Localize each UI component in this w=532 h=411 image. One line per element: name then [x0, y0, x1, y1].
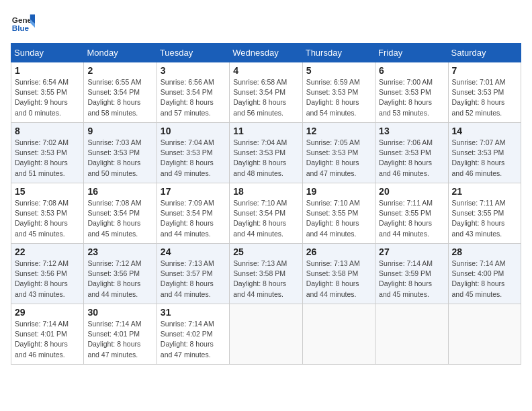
dow-tuesday: Tuesday: [157, 44, 229, 62]
day-info: Sunrise: 7:01 AM Sunset: 3:53 PM Dayligh…: [452, 77, 517, 118]
calendar-cell: 12Sunrise: 7:05 AM Sunset: 3:53 PM Dayli…: [302, 123, 375, 183]
calendar-cell: 3Sunrise: 6:56 AM Sunset: 3:54 PM Daylig…: [157, 62, 229, 123]
calendar-cell: 20Sunrise: 7:11 AM Sunset: 3:55 PM Dayli…: [375, 183, 448, 244]
page-header: General Blue: [11, 11, 521, 35]
svg-text:Blue: Blue: [12, 24, 30, 32]
day-number: 20: [379, 186, 444, 197]
calendar-cell: 30Sunrise: 7:14 AM Sunset: 4:01 PM Dayli…: [84, 304, 157, 365]
logo-icon: General Blue: [11, 11, 35, 35]
day-number: 12: [306, 126, 371, 136]
week-row-1: 1Sunrise: 6:54 AM Sunset: 3:55 PM Daylig…: [11, 62, 521, 123]
calendar-cell: 18Sunrise: 7:10 AM Sunset: 3:54 PM Dayli…: [230, 183, 302, 244]
day-number: 18: [233, 186, 298, 197]
calendar-cell: 2Sunrise: 6:55 AM Sunset: 3:54 PM Daylig…: [84, 62, 157, 123]
day-number: 4: [233, 65, 298, 76]
day-info: Sunrise: 7:02 AM Sunset: 3:53 PM Dayligh…: [15, 138, 80, 179]
day-number: 27: [379, 246, 444, 257]
day-number: 21: [452, 186, 517, 197]
dow-monday: Monday: [84, 44, 157, 62]
day-info: Sunrise: 6:54 AM Sunset: 3:55 PM Dayligh…: [15, 77, 80, 118]
day-number: 29: [15, 307, 80, 318]
calendar-cell: 23Sunrise: 7:12 AM Sunset: 3:56 PM Dayli…: [84, 244, 157, 304]
calendar-cell: 26Sunrise: 7:13 AM Sunset: 3:58 PM Dayli…: [302, 244, 375, 304]
day-number: 5: [306, 65, 371, 76]
day-number: 9: [87, 126, 152, 136]
day-info: Sunrise: 7:12 AM Sunset: 3:56 PM Dayligh…: [87, 259, 152, 300]
day-info: Sunrise: 7:11 AM Sunset: 3:55 PM Dayligh…: [452, 198, 517, 239]
week-row-3: 15Sunrise: 7:08 AM Sunset: 3:53 PM Dayli…: [11, 183, 521, 244]
day-info: Sunrise: 6:56 AM Sunset: 3:54 PM Dayligh…: [161, 77, 226, 118]
week-row-4: 22Sunrise: 7:12 AM Sunset: 3:56 PM Dayli…: [11, 244, 521, 304]
day-info: Sunrise: 7:12 AM Sunset: 3:56 PM Dayligh…: [15, 259, 80, 300]
dow-thursday: Thursday: [302, 44, 375, 62]
day-info: Sunrise: 7:14 AM Sunset: 4:00 PM Dayligh…: [452, 259, 517, 300]
calendar-cell: 7Sunrise: 7:01 AM Sunset: 3:53 PM Daylig…: [448, 62, 521, 123]
day-number: 31: [161, 307, 226, 318]
day-info: Sunrise: 7:13 AM Sunset: 3:57 PM Dayligh…: [161, 259, 226, 300]
calendar-cell: 9Sunrise: 7:03 AM Sunset: 3:53 PM Daylig…: [84, 123, 157, 183]
day-number: 2: [87, 65, 152, 76]
day-info: Sunrise: 7:14 AM Sunset: 4:01 PM Dayligh…: [87, 319, 152, 360]
calendar-cell: 22Sunrise: 7:12 AM Sunset: 3:56 PM Dayli…: [11, 244, 84, 304]
day-number: 3: [161, 65, 226, 76]
calendar-cell: 1Sunrise: 6:54 AM Sunset: 3:55 PM Daylig…: [11, 62, 84, 123]
calendar-cell: 5Sunrise: 6:59 AM Sunset: 3:53 PM Daylig…: [302, 62, 375, 123]
day-number: 24: [161, 246, 226, 257]
day-info: Sunrise: 7:14 AM Sunset: 4:01 PM Dayligh…: [15, 319, 80, 360]
calendar-cell: [448, 304, 521, 365]
day-info: Sunrise: 7:10 AM Sunset: 3:54 PM Dayligh…: [233, 198, 298, 239]
calendar-cell: 15Sunrise: 7:08 AM Sunset: 3:53 PM Dayli…: [11, 183, 84, 244]
calendar-table: SundayMondayTuesdayWednesdayThursdayFrid…: [11, 43, 521, 365]
calendar-cell: 14Sunrise: 7:07 AM Sunset: 3:53 PM Dayli…: [448, 123, 521, 183]
day-number: 26: [306, 246, 371, 257]
calendar-cell: 19Sunrise: 7:10 AM Sunset: 3:55 PM Dayli…: [302, 183, 375, 244]
day-info: Sunrise: 7:03 AM Sunset: 3:53 PM Dayligh…: [87, 138, 152, 179]
day-number: 30: [87, 307, 152, 318]
day-number: 23: [87, 246, 152, 257]
day-number: 25: [233, 246, 298, 257]
dow-wednesday: Wednesday: [230, 44, 302, 62]
day-number: 19: [306, 186, 371, 197]
calendar-cell: 4Sunrise: 6:58 AM Sunset: 3:54 PM Daylig…: [230, 62, 302, 123]
day-number: 28: [452, 246, 517, 257]
day-info: Sunrise: 7:08 AM Sunset: 3:54 PM Dayligh…: [87, 198, 152, 239]
day-info: Sunrise: 7:05 AM Sunset: 3:53 PM Dayligh…: [306, 138, 371, 179]
calendar-cell: [230, 304, 302, 365]
day-info: Sunrise: 6:58 AM Sunset: 3:54 PM Dayligh…: [233, 77, 298, 118]
calendar-cell: 24Sunrise: 7:13 AM Sunset: 3:57 PM Dayli…: [157, 244, 229, 304]
day-number: 14: [452, 126, 517, 136]
day-number: 13: [379, 126, 444, 136]
dow-saturday: Saturday: [448, 44, 521, 62]
day-info: Sunrise: 7:13 AM Sunset: 3:58 PM Dayligh…: [233, 259, 298, 300]
day-info: Sunrise: 6:59 AM Sunset: 3:53 PM Dayligh…: [306, 77, 371, 118]
calendar-cell: 10Sunrise: 7:04 AM Sunset: 3:53 PM Dayli…: [157, 123, 229, 183]
day-number: 8: [15, 126, 80, 136]
dow-friday: Friday: [375, 44, 448, 62]
day-number: 17: [161, 186, 226, 197]
week-row-2: 8Sunrise: 7:02 AM Sunset: 3:53 PM Daylig…: [11, 123, 521, 183]
day-info: Sunrise: 7:04 AM Sunset: 3:53 PM Dayligh…: [233, 138, 298, 179]
day-info: Sunrise: 7:09 AM Sunset: 3:54 PM Dayligh…: [161, 198, 226, 239]
day-number: 7: [452, 65, 517, 76]
day-number: 10: [161, 126, 226, 136]
day-info: Sunrise: 7:10 AM Sunset: 3:55 PM Dayligh…: [306, 198, 371, 239]
day-number: 22: [15, 246, 80, 257]
calendar-cell: 16Sunrise: 7:08 AM Sunset: 3:54 PM Dayli…: [84, 183, 157, 244]
calendar-cell: 25Sunrise: 7:13 AM Sunset: 3:58 PM Dayli…: [230, 244, 302, 304]
day-number: 6: [379, 65, 444, 76]
day-info: Sunrise: 7:13 AM Sunset: 3:58 PM Dayligh…: [306, 259, 371, 300]
day-info: Sunrise: 6:55 AM Sunset: 3:54 PM Dayligh…: [87, 77, 152, 118]
calendar-cell: 28Sunrise: 7:14 AM Sunset: 4:00 PM Dayli…: [448, 244, 521, 304]
day-info: Sunrise: 7:07 AM Sunset: 3:53 PM Dayligh…: [452, 138, 517, 179]
logo: General Blue: [11, 11, 35, 35]
calendar-cell: 8Sunrise: 7:02 AM Sunset: 3:53 PM Daylig…: [11, 123, 84, 183]
calendar-body: 1Sunrise: 6:54 AM Sunset: 3:55 PM Daylig…: [11, 62, 521, 365]
day-number: 15: [15, 186, 80, 197]
week-row-5: 29Sunrise: 7:14 AM Sunset: 4:01 PM Dayli…: [11, 304, 521, 365]
days-of-week-header: SundayMondayTuesdayWednesdayThursdayFrid…: [11, 44, 521, 62]
day-number: 16: [87, 186, 152, 197]
calendar-cell: [375, 304, 448, 365]
calendar-cell: 11Sunrise: 7:04 AM Sunset: 3:53 PM Dayli…: [230, 123, 302, 183]
day-info: Sunrise: 7:08 AM Sunset: 3:53 PM Dayligh…: [15, 198, 80, 239]
calendar-cell: 6Sunrise: 7:00 AM Sunset: 3:53 PM Daylig…: [375, 62, 448, 123]
